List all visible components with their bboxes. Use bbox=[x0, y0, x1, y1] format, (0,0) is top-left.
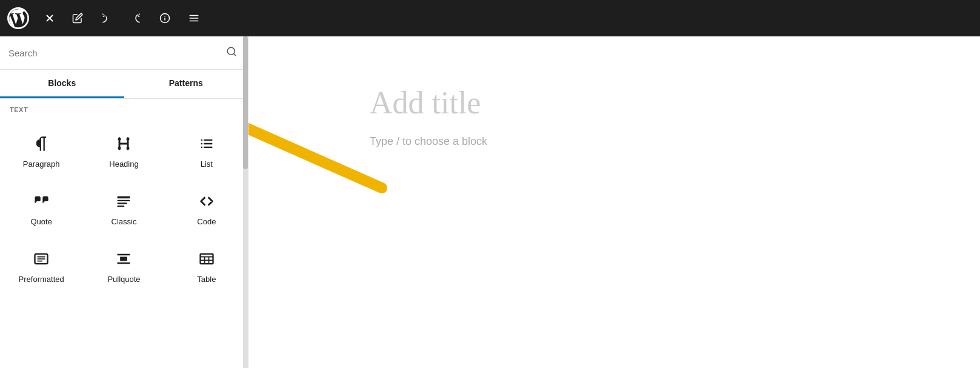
heading-icon bbox=[115, 135, 132, 155]
quote-icon bbox=[33, 193, 50, 212]
redo-button[interactable] bbox=[122, 5, 149, 32]
list-view-button[interactable] bbox=[181, 5, 207, 32]
block-item-preformatted[interactable]: Preformatted bbox=[2, 241, 80, 293]
toolbar bbox=[0, 0, 980, 36]
tab-blocks[interactable]: Blocks bbox=[0, 70, 124, 98]
svg-line-19 bbox=[248, 118, 382, 188]
heading-label: Heading bbox=[109, 159, 138, 169]
svg-rect-12 bbox=[118, 196, 130, 199]
code-icon bbox=[198, 193, 215, 212]
main-layout: Blocks Patterns TEXT Paragraph bbox=[0, 36, 980, 368]
editor-area[interactable]: Add title Type / to choose a block bbox=[248, 36, 980, 368]
editor-title-placeholder: Add title bbox=[370, 85, 859, 121]
paragraph-label: Paragraph bbox=[23, 159, 60, 169]
block-item-code[interactable]: Code bbox=[168, 183, 245, 236]
block-item-table[interactable]: Table bbox=[168, 241, 245, 293]
preformatted-icon bbox=[33, 250, 50, 270]
block-item-quote[interactable]: Quote bbox=[2, 183, 80, 236]
svg-rect-9 bbox=[127, 147, 130, 150]
table-label: Table bbox=[197, 275, 216, 284]
annotation-arrow bbox=[248, 36, 479, 212]
tab-patterns[interactable]: Patterns bbox=[124, 70, 248, 98]
edit-button[interactable] bbox=[64, 5, 91, 32]
block-item-classic[interactable]: Classic bbox=[85, 183, 162, 236]
preformatted-label: Preformatted bbox=[19, 275, 64, 284]
svg-line-7 bbox=[233, 53, 235, 55]
svg-rect-13 bbox=[118, 200, 130, 201]
section-label-text: TEXT bbox=[0, 99, 248, 118]
svg-rect-11 bbox=[127, 138, 130, 141]
svg-rect-15 bbox=[118, 206, 125, 207]
paragraph-icon bbox=[33, 135, 50, 155]
undo-button[interactable] bbox=[93, 5, 120, 32]
quote-label: Quote bbox=[30, 217, 52, 226]
pullquote-label: Pullquote bbox=[107, 275, 140, 284]
tabs: Blocks Patterns bbox=[0, 70, 248, 99]
sidebar-scroll[interactable]: Blocks Patterns TEXT Paragraph bbox=[0, 36, 248, 368]
scrollbar-track[interactable] bbox=[243, 36, 248, 368]
sidebar: Blocks Patterns TEXT Paragraph bbox=[0, 36, 248, 368]
editor-block-placeholder: Type / to choose a block bbox=[370, 135, 859, 148]
classic-label: Classic bbox=[112, 217, 137, 226]
search-bar bbox=[0, 36, 248, 70]
search-button[interactable] bbox=[224, 44, 239, 62]
svg-rect-8 bbox=[118, 147, 121, 150]
block-item-pullquote[interactable]: Pullquote bbox=[85, 241, 162, 293]
blocks-grid: Paragraph Heading bbox=[0, 118, 248, 301]
svg-rect-17 bbox=[200, 254, 213, 264]
code-label: Code bbox=[197, 217, 216, 226]
scrollbar-thumb[interactable] bbox=[243, 36, 248, 169]
svg-rect-10 bbox=[118, 138, 121, 141]
list-label: List bbox=[201, 159, 213, 169]
block-item-paragraph[interactable]: Paragraph bbox=[2, 125, 80, 178]
wp-logo[interactable] bbox=[0, 0, 36, 36]
search-input[interactable] bbox=[8, 48, 224, 58]
table-icon bbox=[198, 250, 215, 270]
block-item-list[interactable]: List bbox=[168, 125, 245, 178]
close-button[interactable] bbox=[36, 5, 63, 32]
list-icon bbox=[198, 135, 215, 155]
pullquote-icon bbox=[115, 250, 132, 270]
classic-icon bbox=[115, 193, 132, 212]
svg-rect-14 bbox=[118, 202, 127, 204]
block-item-heading[interactable]: Heading bbox=[85, 125, 162, 178]
info-button[interactable] bbox=[152, 5, 178, 32]
